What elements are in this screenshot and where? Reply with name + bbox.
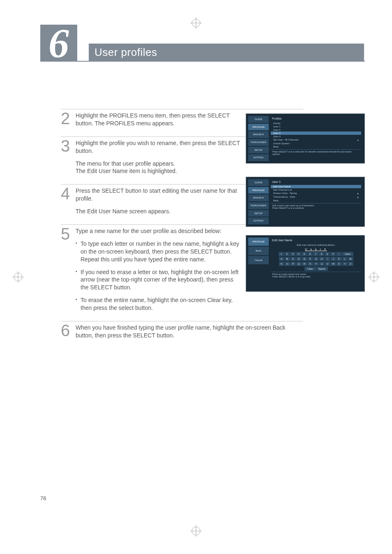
page-number: 76 — [40, 495, 46, 501]
sidebar-tab: SETUP — [248, 210, 269, 217]
key: Q — [296, 262, 302, 266]
step-text: The menu for that user profile appears. … — [76, 160, 241, 175]
step-bullet: To erase the entire name, highlight the … — [76, 296, 241, 312]
step-body: Press the SELECT button to start editing… — [76, 186, 241, 220]
figure-sidebar: GUIDE PROFILES MAILBOX PURCHASES SETUP E… — [248, 179, 269, 225]
key: Y — [342, 262, 348, 266]
profile-row: User 2 — [271, 128, 361, 132]
step-body: When you have finished typing the user p… — [76, 323, 303, 344]
step-number: 3 — [61, 138, 76, 180]
sidebar-tab: EXTRAS — [248, 154, 269, 162]
menu-row: Edit Channel List — [271, 188, 361, 192]
figure-main: Profiles Family User 1 User 2 User 3 Use… — [269, 115, 363, 162]
name-input-value: U s e r 3 — [271, 248, 361, 251]
key: 1 — [279, 252, 284, 256]
onscreen-keyboard: Caps Space — [272, 267, 360, 271]
key: U — [319, 262, 325, 266]
row-label: Translucency : Dark — [273, 196, 295, 199]
step-text: Highlight the PROFILES menu item, then p… — [76, 112, 241, 127]
crop-mark-right — [368, 271, 380, 283]
key: S — [308, 262, 313, 266]
step-number: 4 — [61, 186, 76, 220]
menu-row: Translucency : Dark ▸ — [271, 195, 361, 199]
key: O — [285, 262, 290, 266]
key: 7 — [313, 252, 318, 256]
step-body: Highlight the PROFILES menu item, then p… — [76, 111, 241, 132]
clear-key: Clear — [342, 252, 353, 256]
step-number: 5 — [61, 226, 76, 317]
step-number: 2 — [61, 111, 76, 132]
backspace-key: ← — [336, 252, 341, 256]
chapter-title: User profiles — [89, 44, 364, 62]
sidebar-tab: GUIDE — [248, 115, 269, 123]
step-number: 6 — [61, 323, 76, 344]
crop-mark-top — [190, 17, 202, 29]
step-text: When you have finished typing the user p… — [76, 324, 303, 339]
sidebar-tab: PROFILES — [248, 123, 269, 131]
figure-header: Edit User Name — [271, 238, 361, 242]
key: W — [331, 262, 336, 266]
figure-user-menu: GUIDE PROFILES MAILBOX PURCHASES SETUP E… — [246, 177, 365, 227]
key: I — [325, 257, 330, 261]
step-body: Type a new name for the user profile as … — [76, 226, 241, 317]
figure-header: Profiles — [271, 117, 361, 120]
space-key: Space — [316, 267, 328, 271]
chevron-right-icon: ▸ — [357, 138, 359, 141]
key: 2 — [284, 252, 290, 256]
chevron-right-icon: ▸ — [357, 192, 359, 195]
step-body: Highlight the profile you wish to rename… — [76, 138, 241, 180]
menu-row: Back — [271, 199, 361, 202]
crop-mark-left — [12, 271, 24, 283]
step-text: Highlight the profile you wish to rename… — [76, 139, 241, 155]
row-label: Screen Color : Spring — [273, 192, 297, 195]
figure-profiles-menu: GUIDE PROFILES MAILBOX PURCHASES SETUP E… — [246, 113, 365, 164]
key: 5 — [302, 252, 307, 256]
profile-row: Unlock System — [271, 142, 361, 145]
step-bullet-list: To type each letter or number in the new… — [76, 240, 241, 312]
figure-hint: Edit user name by selecting letters. — [271, 243, 361, 247]
key: D — [296, 257, 302, 261]
crop-mark-bottom — [190, 525, 202, 537]
menu-row-highlighted: Edit User Name — [271, 185, 361, 188]
sidebar-tab: PROFILES — [248, 237, 269, 246]
figure-footer: Edit current user name up to 8 character… — [271, 203, 361, 210]
key: K — [337, 257, 342, 261]
key: 0 — [330, 252, 336, 256]
sidebar-tab: Back — [248, 246, 269, 255]
key: E — [302, 257, 307, 261]
key: G — [314, 257, 319, 261]
sidebar-tab: GUIDE — [248, 179, 269, 187]
figure-main: User 3 Edit User Name Edit Channel List … — [269, 179, 363, 225]
figures-column: GUIDE PROFILES MAILBOX PURCHASES SETUP E… — [246, 113, 365, 300]
sidebar-tab: SETUP — [248, 146, 269, 154]
figure-edit-name: PROFILES Back Cancel Edit User Name Edit… — [246, 235, 365, 292]
figure-footer: Press ▸ to edit current user name. Press… — [271, 272, 361, 279]
step-text: The Edit User Name screen appears. — [76, 208, 241, 215]
key: C — [291, 257, 296, 261]
key: L — [342, 257, 348, 261]
key: F — [308, 257, 313, 261]
sidebar-tab: PURCHASES — [248, 202, 269, 210]
key: 9 — [325, 252, 330, 256]
sidebar-tab: MAILBOX — [248, 131, 269, 138]
step-text: Type a new name for the user profile as … — [76, 227, 241, 235]
caps-key: Caps — [304, 267, 316, 271]
figure-main: Edit User Name Edit user name by selecti… — [269, 237, 363, 290]
step-bullet: To type each letter or number in the new… — [76, 240, 241, 263]
profile-row: Family — [271, 122, 361, 125]
key: X — [337, 262, 342, 266]
key: B — [285, 257, 290, 261]
key: H — [319, 257, 325, 261]
profile-row: User 4 — [271, 135, 361, 138]
sidebar-tab: PROFILES — [248, 187, 269, 194]
key: V — [325, 262, 330, 266]
sidebar-tab: MAILBOX — [248, 194, 269, 202]
key: J — [331, 257, 336, 261]
figure-sidebar: GUIDE PROFILES MAILBOX PURCHASES SETUP E… — [248, 115, 269, 162]
row-label: Set User : All Channels — [273, 138, 299, 141]
key: 4 — [296, 252, 301, 256]
key: 6 — [307, 252, 313, 256]
key: M — [348, 257, 353, 261]
onscreen-keyboard: N O P Q R S T U V W X Y Z — [272, 262, 360, 266]
profile-row-highlighted: User 3 — [271, 132, 361, 135]
